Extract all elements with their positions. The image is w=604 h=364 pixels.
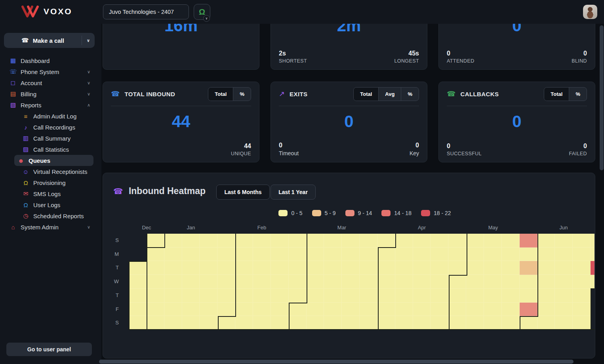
- heatmap-cell[interactable]: [271, 303, 289, 316]
- make-a-call-button[interactable]: ☎ Make a call ∨: [4, 33, 95, 48]
- heatmap-cell[interactable]: [520, 248, 537, 261]
- heatmap-cell[interactable]: [289, 316, 307, 330]
- heatmap-cell[interactable]: [395, 248, 413, 261]
- heatmap-cell[interactable]: [342, 234, 360, 248]
- heatmap-cell[interactable]: [307, 316, 324, 330]
- heatmap-cell[interactable]: [271, 248, 289, 261]
- heatmap-cell[interactable]: [289, 303, 307, 316]
- heatmap-cell[interactable]: [448, 275, 466, 289]
- heatmap-cell[interactable]: [324, 303, 342, 316]
- heatmap-cell[interactable]: [200, 275, 217, 289]
- heatmap-cell[interactable]: [466, 275, 484, 289]
- heatmap-cell[interactable]: [484, 289, 502, 303]
- heatmap-cell[interactable]: [360, 234, 377, 248]
- heatmap-cell[interactable]: [360, 289, 377, 303]
- heatmap-cell[interactable]: [217, 234, 235, 248]
- heatmap-cell[interactable]: [520, 303, 537, 316]
- heatmap-cell[interactable]: [502, 261, 520, 275]
- heatmap-cell[interactable]: [200, 289, 217, 303]
- heatmap-cell[interactable]: [484, 303, 502, 316]
- heatmap-cell[interactable]: [271, 234, 289, 248]
- sidebar-item-queues[interactable]: ☻ Queues: [14, 155, 93, 166]
- sidebar-item-billing[interactable]: ▤ Billing ∨: [0, 88, 101, 99]
- heatmap-cell[interactable]: [164, 261, 182, 275]
- heatmap-cell[interactable]: [147, 303, 164, 316]
- heatmap-cell[interactable]: [271, 316, 289, 330]
- heatmap-cell[interactable]: [307, 234, 324, 248]
- heatmap-cell[interactable]: [448, 289, 466, 303]
- sidebar-item-call-recordings[interactable]: ♪ Call Recordings: [0, 122, 101, 133]
- heatmap-cell[interactable]: [484, 275, 502, 289]
- heatmap-cell[interactable]: [555, 248, 573, 261]
- heatmap-cell[interactable]: [164, 316, 182, 330]
- heatmap-cell[interactable]: [537, 248, 555, 261]
- heatmap-cell[interactable]: [395, 275, 413, 289]
- heatmap-cell[interactable]: [342, 289, 360, 303]
- heatmap-cell[interactable]: [342, 303, 360, 316]
- heatmap-cell[interactable]: [502, 275, 520, 289]
- sidebar-item-call-statistics[interactable]: ▨ Call Statistics: [0, 144, 101, 155]
- heatmap-cell[interactable]: [573, 289, 591, 303]
- heatmap-cell[interactable]: [164, 289, 182, 303]
- heatmap-cell[interactable]: [147, 275, 164, 289]
- sidebar-item-user-logs[interactable]: Ω User Logs: [0, 199, 101, 210]
- heatmap-cell[interactable]: [342, 275, 360, 289]
- heatmap-cell[interactable]: [431, 275, 448, 289]
- heatmap-cell[interactable]: [395, 234, 413, 248]
- heatmap-cell[interactable]: [235, 316, 253, 330]
- toggle-total[interactable]: Total: [354, 88, 378, 101]
- heatmap-cell[interactable]: [217, 316, 235, 330]
- heatmap-cell[interactable]: [395, 303, 413, 316]
- heatmap-cell[interactable]: [342, 316, 360, 330]
- heatmap-cell[interactable]: [324, 316, 342, 330]
- heatmap-cell[interactable]: [591, 261, 594, 275]
- heatmap-cell[interactable]: [573, 303, 591, 316]
- toggle-avg[interactable]: Avg: [378, 88, 401, 101]
- heatmap-cell[interactable]: [377, 289, 395, 303]
- heatmap-cell[interactable]: [413, 234, 431, 248]
- heatmap-cell[interactable]: [537, 275, 555, 289]
- heatmap-cell[interactable]: [377, 248, 395, 261]
- sidebar-item-phone-system[interactable]: ☏ Phone System ∨: [0, 66, 101, 77]
- heatmap-cell[interactable]: [182, 261, 200, 275]
- heatmap-cell[interactable]: [217, 275, 235, 289]
- heatmap-cell[interactable]: [555, 261, 573, 275]
- heatmap-cell[interactable]: [235, 289, 253, 303]
- heatmap-cell[interactable]: [147, 316, 164, 330]
- heatmap-cell[interactable]: [555, 275, 573, 289]
- heatmap-cell[interactable]: [591, 234, 594, 248]
- sidebar-item-system-admin[interactable]: ⌂ System Admin ∨: [0, 221, 101, 233]
- heatmap-cell[interactable]: [253, 234, 271, 248]
- heatmap-cell[interactable]: [200, 234, 217, 248]
- sidebar-item-reports[interactable]: ▧ Reports ∧: [0, 99, 101, 111]
- heatmap-cell[interactable]: [324, 275, 342, 289]
- heatmap-cell[interactable]: [129, 316, 147, 330]
- heatmap-cell[interactable]: [431, 234, 448, 248]
- heatmap-cell[interactable]: [466, 248, 484, 261]
- heatmap-cell[interactable]: [307, 289, 324, 303]
- toggle-total[interactable]: Total: [544, 88, 569, 101]
- heatmap-cell[interactable]: [271, 289, 289, 303]
- heatmap-cell[interactable]: [466, 289, 484, 303]
- heatmap-cell[interactable]: [164, 275, 182, 289]
- heatmap-cell[interactable]: [395, 261, 413, 275]
- heatmap-cell[interactable]: [413, 248, 431, 261]
- toggle-percent[interactable]: %: [233, 88, 251, 101]
- heatmap-cell[interactable]: [520, 234, 537, 248]
- heatmap-cell[interactable]: [342, 248, 360, 261]
- heatmap-cell[interactable]: [484, 248, 502, 261]
- heatmap-cell[interactable]: [413, 289, 431, 303]
- heatmap-cell[interactable]: [289, 248, 307, 261]
- heatmap-cell[interactable]: [537, 261, 555, 275]
- heatmap-cell[interactable]: [413, 261, 431, 275]
- heatmap-cell[interactable]: [164, 234, 182, 248]
- sidebar-item-dashboard[interactable]: ▦ Dashboard: [0, 55, 101, 66]
- vertical-scrollbar[interactable]: [600, 25, 604, 170]
- heatmap-cell[interactable]: [129, 303, 147, 316]
- user-avatar[interactable]: [583, 5, 597, 19]
- heatmap-cell[interactable]: [431, 261, 448, 275]
- go-to-user-panel-button[interactable]: Go to user panel: [6, 343, 92, 356]
- heatmap-cell[interactable]: [360, 303, 377, 316]
- heatmap-cell[interactable]: [324, 234, 342, 248]
- heatmap-cell[interactable]: [448, 234, 466, 248]
